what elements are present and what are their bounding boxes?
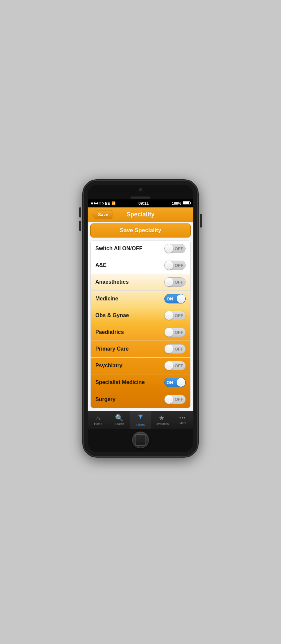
toggle-label-paediatrics: Paediatrics: [95, 329, 124, 335]
toggle-text-paediatrics: OFF: [175, 330, 183, 335]
content-area: Save Speciality Switch All ON/OFF OFF: [88, 222, 193, 411]
save-speciality-label: Save Speciality: [120, 227, 161, 234]
toggle-row-ae[interactable]: A&E OFF: [91, 257, 190, 274]
toggle-row-medicine[interactable]: Medicine ON: [91, 291, 190, 307]
battery-fill: [183, 202, 189, 204]
toggle-knob-switch-all: [165, 244, 173, 253]
favourites-icon: ★: [159, 415, 165, 421]
toggle-switch-specialist-medicine[interactable]: ON: [164, 378, 186, 387]
toggle-text-surgery: OFF: [175, 397, 183, 402]
toggle-label-medicine: Medicine: [95, 296, 118, 302]
home-icon: ⌂: [96, 415, 100, 421]
battery-icon: [183, 201, 190, 205]
toggle-row-paediatrics[interactable]: Paediatrics OFF: [91, 324, 190, 341]
tab-search[interactable]: 🔍 Search: [109, 411, 130, 429]
speaker-grille: [130, 196, 151, 199]
toggle-switch-anaesthetics[interactable]: OFF: [164, 277, 186, 287]
toggle-row-obs-gynae[interactable]: Obs & Gynae OFF: [91, 307, 190, 324]
toggle-row-anaesthetics[interactable]: Anaesthetics OFF: [91, 274, 190, 291]
toggle-switch-primary-care[interactable]: OFF: [164, 344, 186, 354]
toggle-label-ae: A&E: [95, 262, 107, 268]
volume-up-button[interactable]: [79, 207, 81, 217]
page-title: Speciality: [126, 211, 155, 218]
toggle-text-psychiatry: OFF: [175, 363, 183, 368]
toggle-row-switch-all[interactable]: Switch All ON/OFF OFF: [91, 241, 190, 257]
toggle-label-switch-all: Switch All ON/OFF: [95, 246, 143, 252]
status-right: 100%: [172, 201, 190, 205]
toggle-text-anaesthetics: OFF: [175, 280, 183, 285]
tab-filters-label: Filters: [136, 423, 145, 427]
carrier-label: EE: [105, 201, 110, 205]
status-bar: EE 📶 09:11 100%: [88, 199, 193, 207]
phone-reflection: [89, 457, 192, 470]
status-left: EE 📶: [91, 201, 115, 205]
toggle-label-obs-gynae: Obs & Gynae: [95, 312, 129, 318]
toggle-text-medicine: ON: [167, 296, 173, 301]
toggle-text-ae: OFF: [175, 263, 183, 268]
tab-search-label: Search: [115, 422, 124, 426]
signal-dot-3: [96, 202, 98, 204]
power-button[interactable]: [200, 214, 202, 227]
toggle-switch-switch-all[interactable]: OFF: [164, 244, 186, 253]
toggle-text-switch-all: OFF: [175, 246, 183, 251]
home-button[interactable]: [132, 432, 149, 448]
toggle-row-surgery[interactable]: Surgery OFF: [91, 391, 190, 408]
toggle-switch-paediatrics[interactable]: OFF: [164, 328, 186, 337]
search-icon: 🔍: [115, 415, 123, 421]
signal-dot-5: [102, 202, 104, 204]
signal-dot-4: [99, 202, 101, 204]
toggle-text-obs-gynae: OFF: [175, 313, 183, 318]
toggle-switch-ae[interactable]: OFF: [164, 261, 186, 270]
save-speciality-button[interactable]: Save Speciality: [90, 223, 191, 238]
toggle-row-specialist-medicine[interactable]: Specialist Medicine ON: [91, 374, 190, 391]
tab-home[interactable]: ⌂ Home: [88, 411, 109, 429]
toggle-switch-surgery[interactable]: OFF: [164, 395, 186, 404]
home-button-area: [88, 429, 193, 452]
toggle-switch-psychiatry[interactable]: OFF: [164, 361, 186, 370]
tab-favourites-label: Favourites: [155, 422, 169, 426]
signal-dot-2: [94, 202, 96, 204]
toggle-label-primary-care: Primary Care: [95, 346, 129, 352]
toggle-knob-specialist-medicine: [177, 378, 185, 387]
toggle-row-psychiatry[interactable]: Psychiatry OFF: [91, 358, 190, 374]
toggle-label-anaesthetics: Anaesthetics: [95, 279, 129, 285]
signal-strength: [91, 202, 104, 204]
more-icon: •••: [179, 416, 186, 420]
volume-down-button[interactable]: [79, 221, 81, 231]
filter-icon: [137, 413, 144, 422]
tab-bar: ⌂ Home 🔍 Search Filters: [88, 411, 193, 429]
toggle-knob-primary-care: [165, 345, 173, 353]
signal-dot-1: [91, 202, 93, 204]
tab-filters[interactable]: Filters: [130, 411, 151, 429]
tab-home-label: Home: [94, 422, 102, 426]
front-camera: [139, 188, 142, 191]
home-button-inner: [135, 434, 146, 446]
toggle-switch-medicine[interactable]: ON: [164, 294, 186, 303]
toggle-knob-medicine: [177, 294, 185, 303]
save-button[interactable]: Save: [91, 210, 112, 219]
toggle-knob-obs-gynae: [165, 311, 173, 320]
toggle-label-specialist-medicine: Specialist Medicine: [95, 379, 145, 385]
tab-favourites[interactable]: ★ Favourites: [151, 411, 172, 429]
toggle-knob-surgery: [165, 395, 173, 404]
toggle-text-specialist-medicine: ON: [167, 380, 173, 385]
speciality-toggle-list: Switch All ON/OFF OFF A&E OFF: [90, 240, 191, 408]
status-time: 09:11: [138, 201, 149, 206]
toggle-row-primary-care[interactable]: Primary Care OFF: [91, 341, 190, 358]
phone-device: EE 📶 09:11 100% Save Speciality: [84, 181, 197, 456]
toggle-label-surgery: Surgery: [95, 396, 115, 402]
battery-percent: 100%: [172, 201, 181, 205]
tab-more-label: More: [179, 421, 186, 425]
wifi-icon: 📶: [111, 201, 115, 205]
toggle-knob-paediatrics: [165, 328, 173, 337]
toggle-label-psychiatry: Psychiatry: [95, 363, 122, 369]
toggle-knob-anaesthetics: [165, 278, 173, 286]
navigation-bar: Save Speciality: [88, 207, 193, 222]
toggle-knob-ae: [165, 261, 173, 270]
toggle-text-primary-care: OFF: [175, 347, 183, 352]
toggle-knob-psychiatry: [165, 361, 173, 370]
tab-more[interactable]: ••• More: [172, 411, 193, 429]
toggle-switch-obs-gynae[interactable]: OFF: [164, 311, 186, 320]
